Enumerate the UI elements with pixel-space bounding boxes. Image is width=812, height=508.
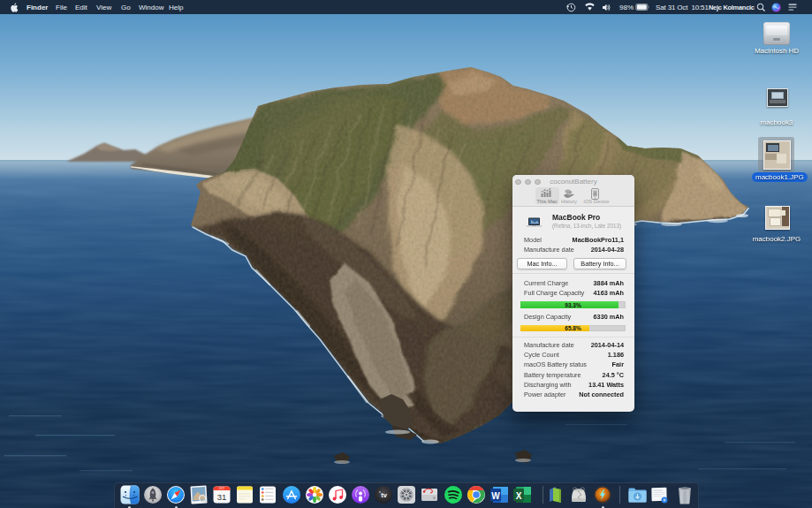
svg-text:W: W <box>491 491 500 501</box>
svg-text:tv: tv <box>381 491 387 499</box>
svg-text:OCT: OCT <box>219 487 225 490</box>
svg-text:31: 31 <box>217 492 227 502</box>
svg-text:X: X <box>516 491 522 501</box>
